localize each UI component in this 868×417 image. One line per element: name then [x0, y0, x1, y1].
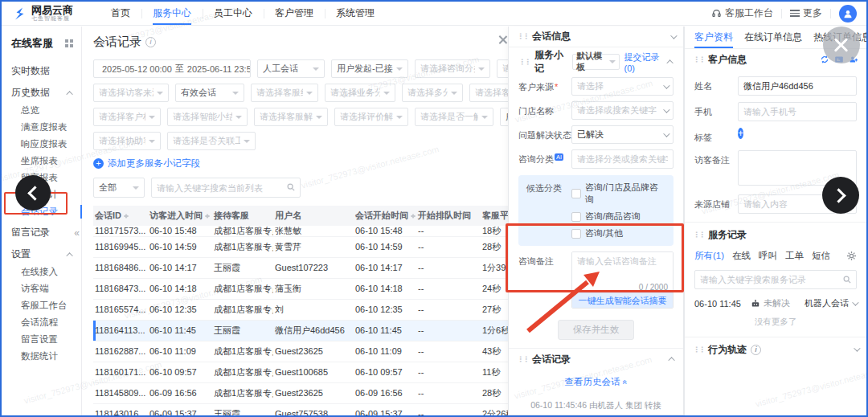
chevron-down-icon[interactable] — [854, 345, 860, 351]
sidebar-item-3[interactable]: 满意度报表 — [2, 119, 81, 136]
sort-icon[interactable] — [124, 211, 129, 221]
close-overlay-button[interactable] — [823, 27, 860, 63]
sidebar-item-5[interactable]: 坐席报表 — [2, 153, 81, 170]
filter-select[interactable]: 请选择多分配入口 — [402, 84, 463, 102]
chevron-up-icon[interactable] — [668, 357, 674, 363]
scope-select[interactable]: 全部 — [93, 178, 145, 198]
gear-icon[interactable] — [846, 251, 857, 261]
sidebar-item-16[interactable]: 数据统计 — [2, 348, 81, 365]
column-header[interactable]: 访客进入时间 — [148, 206, 212, 226]
field-label: 来源店铺 — [694, 194, 738, 211]
filter-select[interactable]: 有效会话 — [175, 84, 244, 102]
candidate-option-1[interactable]: 咨询/商品咨询 — [571, 211, 665, 223]
service-search-input[interactable] — [694, 270, 857, 289]
nav-item-2[interactable]: 员工中心 — [203, 2, 264, 25]
column-header[interactable]: 接待客服 — [212, 206, 273, 226]
apps-grid-icon[interactable] — [65, 39, 73, 47]
filter-select[interactable]: 请选择客户标签 — [93, 108, 161, 126]
prev-step-annotation[interactable] — [15, 175, 51, 211]
filter-select[interactable]: 请选择业务分流类型 — [325, 84, 395, 102]
sidebar-item-11[interactable]: 在线接入 — [2, 264, 81, 280]
template-select[interactable]: 默认模板 — [572, 54, 619, 70]
column-header[interactable]: 用户名 — [273, 206, 354, 226]
name-input[interactable] — [738, 76, 857, 96]
filter-select[interactable]: 请选择是否关联工单 — [167, 132, 256, 150]
chevron-up-icon[interactable] — [666, 59, 673, 66]
consult-category-input[interactable] — [571, 149, 674, 169]
filter-select[interactable]: 请选择智能小结状态 — [167, 108, 248, 126]
next-step-annotation[interactable] — [822, 177, 859, 214]
phone-input[interactable] — [738, 102, 857, 121]
service-tab-1[interactable]: 在线 — [732, 250, 751, 262]
candidate-option-0[interactable]: 咨询/门店及品牌咨询 — [571, 182, 665, 206]
submit-records-link[interactable]: 提交记录(0) — [624, 51, 664, 73]
drag-handle-icon[interactable]: ⋮⋮ — [517, 33, 528, 40]
filter-select[interactable]: 请选择评价解决状态 — [334, 108, 408, 126]
filter-select[interactable]: 请选择访客来源 — [93, 84, 169, 102]
candidate-option-2[interactable]: 咨询/其他 — [571, 227, 665, 239]
tab-0[interactable]: 客户资料 — [694, 27, 733, 48]
drag-handle-icon[interactable]: ⋮⋮ — [517, 356, 528, 363]
drag-handle-icon[interactable]: ⋮⋮ — [693, 56, 704, 63]
sidebar-collapse-icon[interactable]: « — [74, 227, 80, 239]
service-tab-2[interactable]: 呼叫 — [759, 250, 777, 262]
remark-textarea[interactable] — [572, 252, 673, 281]
sort-icon[interactable] — [411, 211, 416, 221]
filter-select[interactable]: 用户发起-已接入、… — [331, 59, 408, 78]
close-panel-icon[interactable] — [498, 35, 507, 43]
ai-summary-button[interactable]: 一键生成智能会话摘要 — [572, 292, 673, 308]
nav-item-1[interactable]: 服务中心 — [141, 2, 203, 25]
sidebar-item-0[interactable]: 实时数据 — [2, 62, 81, 80]
table-cell: 06-10 12:35 — [354, 299, 416, 320]
save-button[interactable]: 保存并生效 — [558, 320, 635, 340]
date-range-picker[interactable]: 2025-05-12 00:00 至 2025-06-11 23:59 — [93, 59, 251, 78]
column-header[interactable]: 会话ID — [93, 206, 148, 226]
service-tab-3[interactable]: 工单 — [785, 250, 804, 262]
sidebar-item-1[interactable]: 历史数据 — [2, 84, 81, 102]
divider — [830, 9, 831, 18]
service-record-row[interactable]: 06-10 11:45 未解决 机器人会话 — [694, 297, 857, 309]
drag-handle-icon[interactable]: ⋮⋮ — [693, 231, 704, 239]
checkbox-icon[interactable] — [571, 212, 581, 222]
nav-item-4[interactable]: 系统管理 — [325, 2, 386, 25]
sidebar-item-14[interactable]: 会话流程 — [2, 314, 81, 331]
service-tab-0[interactable]: 所有(1) — [694, 250, 724, 262]
history-sessions-link[interactable]: 查看历史会话 « — [565, 377, 628, 386]
avatar[interactable] — [839, 5, 857, 22]
filter-select[interactable]: 请选择客服解决状态 — [254, 108, 328, 126]
sidebar-item-15[interactable]: 留言设置 — [2, 331, 81, 348]
sidebar-item-12[interactable]: 访客端 — [2, 280, 81, 297]
service-tab-4[interactable]: 短信 — [812, 250, 830, 262]
sidebar-item-9[interactable]: 留言记录 — [2, 223, 81, 242]
nav-item-0[interactable]: 首页 — [100, 2, 141, 25]
customer-source-select[interactable]: 请选择 — [571, 77, 674, 96]
checkbox-icon[interactable] — [571, 189, 581, 198]
filter-select[interactable]: 请选择是否一解会话 — [415, 108, 493, 126]
table-search-input[interactable] — [151, 178, 301, 198]
sidebar-item-2[interactable]: 总览 — [2, 102, 81, 119]
record-type[interactable]: 机器人会话 — [805, 297, 857, 309]
nav-item-3[interactable]: 客户管理 — [264, 2, 325, 25]
column-header[interactable]: 会话开始时间 — [354, 206, 416, 226]
add-more-fields-link[interactable]: + 添加更多服务小记字段 — [93, 157, 200, 170]
filter-select[interactable]: 请选择客服组 — [251, 84, 318, 102]
tab-1[interactable]: 在线订单信息 — [744, 27, 802, 48]
filter-select[interactable]: 人工会话 — [257, 59, 325, 78]
sort-icon[interactable] — [205, 211, 211, 221]
sidebar-item-10[interactable]: 设置 — [2, 245, 81, 264]
more-button[interactable]: 更多 — [790, 6, 822, 20]
workbench-button[interactable]: 客服工作台 — [711, 6, 773, 20]
drag-handle-icon[interactable]: ⋮⋮ — [693, 346, 704, 354]
filter-select[interactable]: 请选择咨询分类 — [415, 59, 490, 78]
checkbox-icon[interactable] — [571, 229, 581, 239]
filter-select[interactable]: 请选择协助客服 — [93, 132, 161, 150]
add-tag-icon[interactable]: + — [738, 128, 743, 139]
resolve-status-select[interactable]: 已解决 — [571, 125, 674, 144]
sidebar-item-4[interactable]: 响应度报表 — [2, 136, 81, 153]
drag-handle-icon[interactable]: ⋮⋮ — [518, 59, 530, 66]
column-header[interactable]: 开始排队时间 — [416, 206, 481, 226]
sidebar-item-13[interactable]: 客服工作台 — [2, 297, 81, 314]
store-name-select[interactable]: 请选择或搜索关键字 — [571, 101, 674, 120]
chevron-down-icon[interactable] — [670, 32, 677, 39]
chevron-down-icon — [852, 299, 858, 305]
